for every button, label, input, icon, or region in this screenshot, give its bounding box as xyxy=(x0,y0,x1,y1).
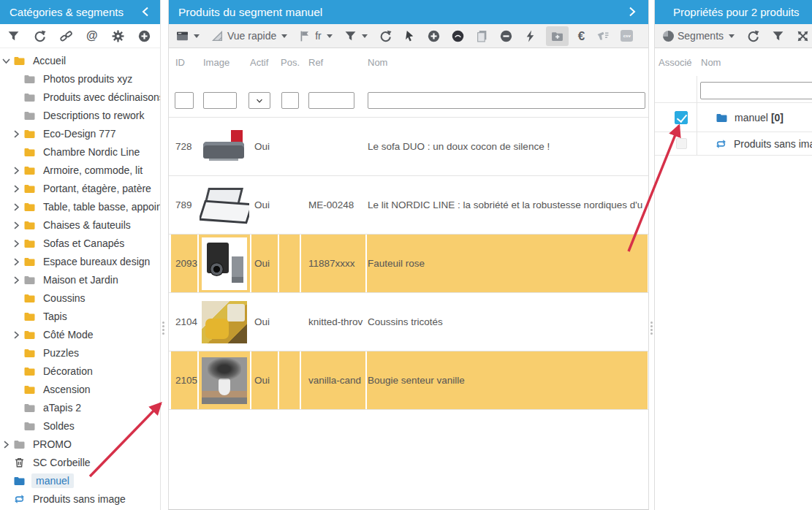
filter-products-button[interactable] xyxy=(342,28,370,45)
tree-item[interactable]: Sofas et Canapés xyxy=(0,234,160,252)
tree-item[interactable]: PROMO xyxy=(0,435,160,453)
tree-expand-chevron[interactable] xyxy=(12,183,23,194)
nom-filter-input[interactable] xyxy=(368,92,645,109)
add-product-button[interactable] xyxy=(425,28,442,45)
tree-expand-chevron[interactable] xyxy=(12,275,23,285)
tree-expand-chevron[interactable] xyxy=(12,330,23,340)
filter-categories-button[interactable] xyxy=(6,28,21,44)
tree-expand-chevron[interactable] xyxy=(12,348,23,358)
segment-name-filter-input[interactable] xyxy=(700,82,812,99)
column-header-nom[interactable]: Nom xyxy=(701,57,721,68)
column-header-actif[interactable]: Actif xyxy=(250,57,268,68)
column-header-nom[interactable]: Nom xyxy=(368,57,387,68)
segment-checkbox[interactable] xyxy=(676,138,687,149)
tree-expand-chevron[interactable] xyxy=(12,92,23,102)
language-selector-button[interactable]: fr xyxy=(297,28,335,45)
id-filter-input[interactable] xyxy=(175,92,194,109)
tree-expand-chevron[interactable] xyxy=(12,165,23,175)
tree-expand-chevron[interactable] xyxy=(12,311,23,321)
actif-filter-select[interactable] xyxy=(248,92,270,109)
segment-checkbox[interactable] xyxy=(675,111,688,124)
segments-selector-button[interactable]: Segments xyxy=(661,28,737,44)
add-category-button[interactable] xyxy=(137,28,152,44)
tree-item[interactable]: Portant, étagère, patère xyxy=(0,179,160,197)
tree-expand-chevron[interactable] xyxy=(12,421,23,431)
prices-button[interactable]: € xyxy=(576,28,587,45)
tree-expand-chevron[interactable] xyxy=(12,384,23,395)
tree-item[interactable]: manuel xyxy=(0,471,160,490)
column-header-id[interactable]: ID xyxy=(175,57,185,68)
collapse-panel-icon[interactable] xyxy=(140,6,151,18)
tree-expand-chevron[interactable] xyxy=(1,457,12,468)
ref-filter-input[interactable] xyxy=(308,92,354,109)
quick-view-button[interactable]: Vue rapide xyxy=(209,28,289,45)
tree-expand-chevron[interactable] xyxy=(12,202,23,212)
tree-item[interactable]: Espace bureaux design xyxy=(0,252,160,270)
tree-item[interactable]: Chaises & fauteuils xyxy=(0,216,160,234)
layout-view-button[interactable] xyxy=(174,28,202,45)
tree-expand-chevron[interactable] xyxy=(1,439,12,449)
tree-item[interactable]: Armoire, commode, lit xyxy=(0,161,160,179)
tree-item[interactable]: Tapis xyxy=(0,307,160,325)
expand-all-button[interactable] xyxy=(794,28,811,45)
export-csv-button[interactable]: csv xyxy=(618,28,635,44)
tree-item[interactable]: SC Corbeille xyxy=(0,453,160,471)
tree-item[interactable]: Coussins xyxy=(0,289,160,307)
column-header-ref[interactable]: Ref xyxy=(308,57,323,68)
segment-row[interactable]: Produits sans image xyxy=(655,132,812,156)
tree-expand-chevron[interactable] xyxy=(12,74,23,84)
image-filter-input[interactable] xyxy=(203,92,237,109)
product-row[interactable]: 789 Oui ME-00248 Le lit NORDIC LINE : la… xyxy=(169,176,648,235)
product-row[interactable]: 728 Oui Le sofa DUO : un doux cocon de s… xyxy=(169,118,648,176)
expand-panel-icon[interactable] xyxy=(626,6,638,18)
tree-item[interactable]: Ascension xyxy=(0,380,160,398)
column-header-pos[interactable]: Pos. xyxy=(281,57,300,68)
tree-item[interactable]: Photos produits xyz xyxy=(0,69,160,88)
tree-expand-chevron[interactable] xyxy=(12,366,23,376)
tree-expand-chevron[interactable] xyxy=(12,220,23,230)
tree-expand-chevron[interactable] xyxy=(12,293,23,303)
tree-item[interactable]: Maison et Jardin xyxy=(0,270,160,289)
tree-expand-chevron[interactable] xyxy=(12,403,23,413)
tree-item[interactable]: Accueil xyxy=(0,51,160,69)
add-to-segment-button[interactable] xyxy=(546,26,569,46)
select-mode-button[interactable] xyxy=(401,28,418,45)
tree-item[interactable]: Puzzles xyxy=(0,343,160,362)
link-button[interactable] xyxy=(58,28,74,44)
left-panel-resize-grip[interactable] xyxy=(162,321,164,324)
tree-expand-chevron[interactable] xyxy=(12,129,23,139)
segment-row[interactable]: manuel [0] xyxy=(655,103,812,132)
tree-expand-chevron[interactable] xyxy=(1,476,12,486)
pos-filter-input[interactable] xyxy=(281,92,299,109)
tree-expand-chevron[interactable] xyxy=(12,256,23,267)
column-header-image[interactable]: Image xyxy=(203,57,229,68)
tree-item[interactable]: Produits avec déclinaisons xyxy=(0,88,160,106)
tree-expand-chevron[interactable] xyxy=(1,494,12,504)
column-header-associe[interactable]: Associé xyxy=(659,57,692,68)
product-row[interactable]: 2105 Oui vanilla-cand Bougie senteur van… xyxy=(169,351,648,410)
tree-item[interactable]: Chambre Nordic Line xyxy=(0,142,160,161)
tree-expand-chevron[interactable] xyxy=(12,238,23,248)
tree-item[interactable]: Côté Mode xyxy=(0,325,160,343)
tree-item[interactable]: Descriptions to rework xyxy=(0,106,160,124)
tree-item[interactable]: aTapis 2 xyxy=(0,398,160,416)
tree-item[interactable]: Table, table basse, appoint xyxy=(0,197,160,216)
remove-product-button[interactable] xyxy=(498,28,515,45)
barcode-scanner-button[interactable] xyxy=(594,28,611,45)
tree-expand-chevron[interactable] xyxy=(1,56,12,66)
mid-panel-resize-grip[interactable] xyxy=(650,321,653,324)
refresh-properties-button[interactable] xyxy=(745,28,762,45)
tree-item[interactable]: Produits sans image xyxy=(0,490,160,508)
tree-expand-chevron[interactable] xyxy=(12,147,23,157)
tree-item[interactable]: Eco-Design 777 xyxy=(0,124,160,142)
product-row[interactable]: 2093 Oui 11887xxxx Fauteuil rose xyxy=(169,235,648,293)
bulk-actions-button[interactable] xyxy=(522,28,539,45)
duplicate-product-button[interactable] xyxy=(474,28,490,45)
refresh-categories-button[interactable] xyxy=(32,28,48,44)
prestashop-button[interactable] xyxy=(449,28,466,45)
settings-button[interactable] xyxy=(110,28,126,44)
tree-item[interactable]: Soldes xyxy=(0,416,160,435)
tree-item[interactable]: Décoration xyxy=(0,362,160,380)
tree-expand-chevron[interactable] xyxy=(12,110,23,121)
refresh-products-button[interactable] xyxy=(377,28,394,45)
